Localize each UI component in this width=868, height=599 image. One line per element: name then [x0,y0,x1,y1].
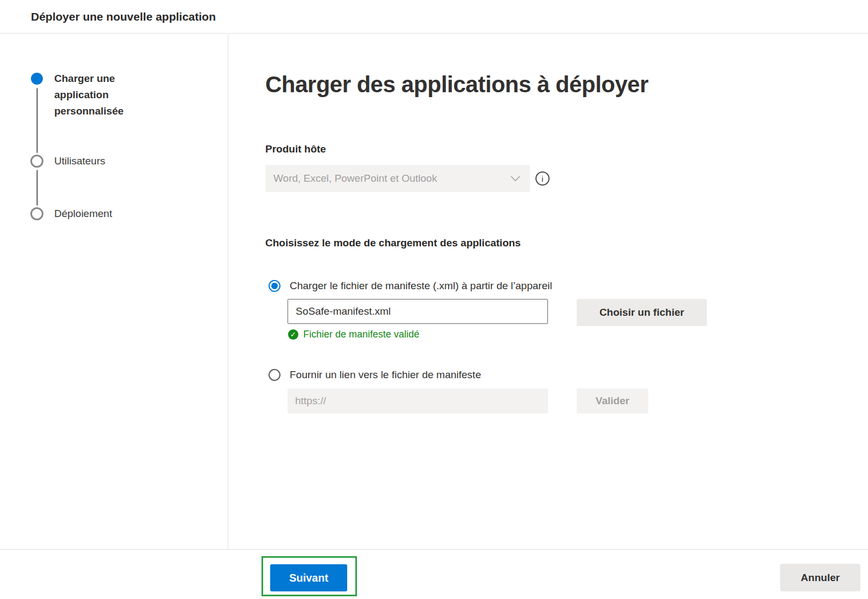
host-product-label: Produit hôte [265,143,326,155]
upload-mode-heading: Choisissez le mode de chargement des app… [265,237,521,249]
stepper-item-upload-custom-app[interactable]: Charger une application personnalisée [54,71,152,119]
step-connector-line [36,88,38,153]
deploy-app-dialog: Déployer une nouvelle application Charge… [0,0,868,599]
next-button[interactable]: Suivant [270,564,347,591]
dialog-header: Déployer une nouvelle application [0,0,868,34]
footer-divider [0,549,868,550]
choose-file-button[interactable]: Choisir un fichier [577,299,707,326]
info-icon[interactable]: i [535,171,550,186]
step-upcoming-circle-icon [30,207,43,220]
stepper-item-deployment[interactable]: Déploiement [54,208,112,220]
manifest-validation-status: ✓ Fichier de manifeste validé [288,329,419,340]
stepper-item-users[interactable]: Utilisateurs [54,155,105,167]
step-current-dot-icon [31,73,43,85]
radio-provide-link-label[interactable]: Fournir un lien vers le fichier de manif… [290,368,481,381]
host-product-selected-value: Word, Excel, PowerPoint et Outlook [273,173,437,184]
validation-status-text: Fichier de manifeste validé [303,329,419,340]
step-connector-line [36,170,38,206]
cancel-button[interactable]: Annuler [780,564,860,591]
chevron-down-icon [510,176,520,182]
radio-upload-file[interactable] [269,280,280,292]
radio-upload-file-label[interactable]: Charger le fichier de manifeste (.xml) à… [290,279,552,292]
manifest-file-input[interactable] [288,299,548,324]
page-title: Charger des applications à déployer [265,72,648,98]
dialog-title: Déployer une nouvelle application [31,0,216,34]
validate-link-button[interactable]: Valider [577,388,648,413]
radio-provide-link[interactable] [269,369,280,381]
step-upcoming-circle-icon [30,155,43,168]
host-product-dropdown[interactable]: Word, Excel, PowerPoint et Outlook [265,165,530,192]
radio-selected-dot-icon [271,283,278,289]
check-circle-icon: ✓ [288,329,298,340]
manifest-url-input[interactable] [288,388,548,413]
